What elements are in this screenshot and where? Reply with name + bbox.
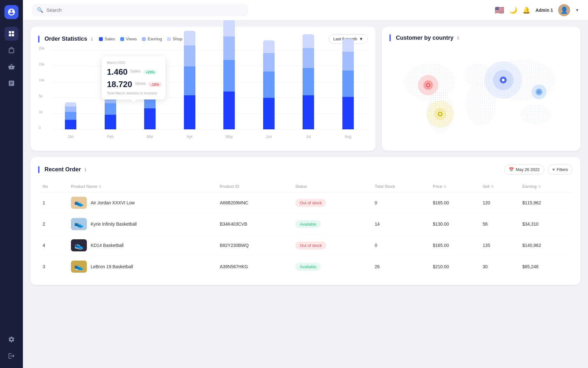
filters-label: Filters <box>557 167 568 172</box>
svg-point-22 <box>538 91 540 92</box>
legend-earning: Earning <box>142 37 162 41</box>
legend-sales: Sales <box>99 37 115 41</box>
admin-name: Admin 1 <box>536 8 553 13</box>
sidebar-item-settings[interactable] <box>4 332 18 346</box>
avatar[interactable]: 👤 <box>558 4 570 16</box>
cell-product-id: B34K403CVB <box>215 214 291 235</box>
logout-icon <box>8 352 15 359</box>
legend-label-earning: Earning <box>148 37 162 41</box>
cell-total-stock: 26 <box>370 256 429 277</box>
cell-product: 👟 LeBron 19 Basketball <box>66 256 215 277</box>
cell-earning: $140,962 <box>518 235 573 256</box>
product-img-emoji: 👟 <box>74 198 84 207</box>
sort-icon-price[interactable]: ⇅ <box>444 185 446 188</box>
table-title-accent <box>38 166 39 173</box>
theme-icon[interactable]: 🌙 <box>509 6 517 14</box>
table-row: 1 👟 Air Jordan XXXVI Low A66B209MNC Out … <box>38 192 573 214</box>
chart-info-icon[interactable]: ℹ <box>91 37 93 42</box>
logo-icon <box>7 8 16 16</box>
cell-no: 3 <box>38 256 66 277</box>
flag-us-icon[interactable]: 🇺🇸 <box>495 6 504 15</box>
search-input[interactable] <box>46 7 243 13</box>
map-info-icon[interactable]: ℹ <box>457 35 459 40</box>
cell-earning: $34,310 <box>518 214 573 235</box>
x-label-Jan: Jan <box>51 134 91 139</box>
search-icon: 🔍 <box>37 7 43 13</box>
table-row: 4 👟 KD14 Basketball B82Y230BWQ Out of st… <box>38 235 573 256</box>
product-image: 👟 <box>71 239 87 251</box>
cell-total-stock: 0 <box>370 235 429 256</box>
grid-icon <box>8 30 15 37</box>
chevron-down-icon[interactable]: ▼ <box>575 8 579 12</box>
col-status: Status <box>291 181 370 192</box>
legend-dot-sales <box>99 37 103 41</box>
bar-group-May[interactable] <box>209 20 249 129</box>
bar-group-Jan[interactable] <box>51 102 91 129</box>
cell-product: 👟 Kyrie Infinity Basketball <box>66 214 215 235</box>
cell-no: 4 <box>38 235 66 256</box>
cell-product: 👟 KD14 Basketball <box>66 235 215 256</box>
status-badge: Out of stock <box>295 199 326 207</box>
col-earning: Earning⇅ <box>518 181 573 192</box>
table-actions: 📅 May 26 2022 ≡ Filters <box>504 165 573 174</box>
svg-point-18 <box>427 84 429 86</box>
table-info-icon[interactable]: ℹ <box>85 167 86 172</box>
table-row: 3 👟 LeBron 19 Basketball A39N567HKG Avai… <box>38 256 573 277</box>
x-label-Apr: Apr <box>170 134 210 139</box>
x-labels: JanFebMarAprMayJunJulAug <box>51 134 368 139</box>
table-card: Recent Order ℹ 📅 May 26 2022 ≡ Filters <box>31 157 580 285</box>
table-head: No Product Name⇅ Product ID Status Total… <box>38 181 573 192</box>
title-accent <box>38 36 39 43</box>
product-image: 👟 <box>71 197 87 209</box>
cell-total-stock: 0 <box>370 192 429 214</box>
product-name: Air Jordan XXXVI Low <box>91 200 135 205</box>
calendar-icon: 📅 <box>509 167 514 172</box>
x-label-Jul: Jul <box>289 134 328 139</box>
bar-group-Jul[interactable] <box>289 34 328 129</box>
sidebar-logo[interactable] <box>4 5 18 19</box>
legend-dot-earning <box>142 37 146 41</box>
world-map-svg <box>389 48 573 143</box>
status-badge: Available <box>295 263 321 271</box>
tooltip-arrow <box>131 99 136 103</box>
tooltip-views-badge: -15% <box>148 82 162 87</box>
sidebar-item-shop[interactable] <box>4 43 18 57</box>
bar-group-Apr[interactable] <box>170 31 210 129</box>
chart-area: 20k15k10k5k1k0 JanFebMarAprMayJunJulAug … <box>38 50 368 139</box>
cell-product-id: A39N567HKG <box>215 256 291 277</box>
basket-icon <box>8 63 15 70</box>
notification-icon[interactable]: 🔔 <box>522 6 530 14</box>
sort-icon-product[interactable]: ⇅ <box>99 185 102 188</box>
settings-icon <box>8 336 15 343</box>
date-button[interactable]: 📅 May 26 2022 <box>504 165 544 174</box>
filters-button[interactable]: ≡ Filters <box>548 165 573 174</box>
bar-group-Jun[interactable] <box>249 40 289 129</box>
col-no: No <box>38 181 66 192</box>
product-cell: 👟 Air Jordan XXXVI Low <box>71 197 211 209</box>
orders-table: No Product Name⇅ Product ID Status Total… <box>38 181 573 277</box>
sort-icon-earning[interactable]: ⇅ <box>538 185 541 188</box>
sidebar-item-logout[interactable] <box>4 349 18 363</box>
bars-container <box>51 50 368 129</box>
cell-status: Available <box>291 214 370 235</box>
x-label-Mar: Mar <box>130 134 170 139</box>
col-product-id: Product ID <box>215 181 291 192</box>
sidebar-item-analytics[interactable] <box>4 76 18 90</box>
bar-group-Aug[interactable] <box>328 39 368 129</box>
product-cell: 👟 LeBron 19 Basketball <box>71 261 211 273</box>
map-title-accent <box>389 34 391 41</box>
product-name: KD14 Basketball <box>91 243 124 248</box>
product-image: 👟 <box>71 261 87 273</box>
sidebar-item-basket[interactable] <box>4 60 18 74</box>
legend-dot-views <box>120 37 124 41</box>
x-label-Feb: Feb <box>91 134 130 139</box>
product-cell: 👟 Kyrie Infinity Basketball <box>71 218 211 230</box>
sort-icon-sell[interactable]: ⇅ <box>491 185 494 188</box>
tooltip-footer: Total March statistics is increase <box>107 91 160 95</box>
cell-sell: 120 <box>478 192 518 214</box>
svg-point-10 <box>502 79 505 82</box>
search-box[interactable]: 🔍 <box>32 4 248 16</box>
tooltip-views-value: 18.720 Views -15% <box>107 79 160 89</box>
product-name: Kyrie Infinity Basketball <box>91 221 137 227</box>
sidebar-item-dashboard[interactable] <box>4 27 18 41</box>
